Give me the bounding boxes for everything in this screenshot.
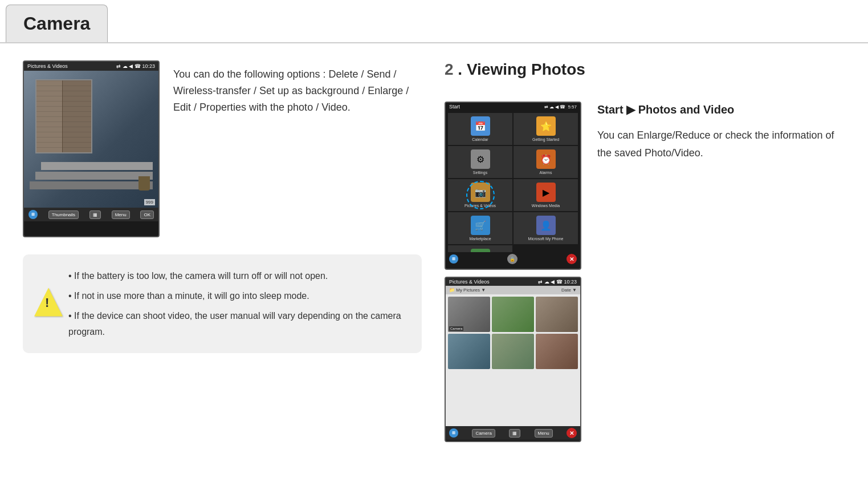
phone-image-content: 999: [24, 71, 158, 208]
phone-bottom-bar: ⊞ Thumbnails ▦ Menu OK: [24, 208, 158, 221]
pics-keyboard-icon: ▦: [509, 429, 520, 438]
start-top-bar: Start ⇄ ☁ ◀ ☎ 5:57: [446, 103, 580, 111]
warning-icon: [34, 288, 63, 319]
phone-app-title: Pictures & Videos: [27, 63, 68, 69]
pic-thumb-3: [536, 297, 578, 332]
phone-screenshots-right: Start ⇄ ☁ ◀ ☎ 5:57 📅 Calendar: [445, 102, 581, 442]
getting-started-icon: ⭐: [536, 116, 556, 136]
right-column: 2 . Viewing Photos Start ⇄ ☁ ◀ ☎ 5:57: [445, 60, 845, 442]
phone-top-bar: Pictures & Videos ⇄ ☁ ◀ ☎ 10:23: [24, 62, 158, 71]
warning-bullet-1: • If the battery is too low, the camera …: [68, 268, 406, 284]
pics-screen: 📁 My Pictures ▼ Date ▼ Camera: [446, 286, 580, 426]
right-content: Start ⇄ ☁ ◀ ☎ 5:57 📅 Calendar: [445, 102, 845, 442]
calendar-label: Calendar: [472, 137, 488, 141]
pics-windows-icon: ⊞: [449, 428, 458, 438]
start-close-button[interactable]: ✕: [567, 254, 577, 264]
pic-thumb-6: [536, 334, 578, 369]
section-title: 2 . Viewing Photos: [445, 60, 845, 79]
pic-thumb-camera: Camera: [448, 297, 490, 332]
windows-start-icon: ⊞: [28, 210, 38, 219]
start-lock-icon: 🔒: [507, 254, 517, 264]
start-windows-icon: ⊞: [449, 254, 458, 264]
pic-thumb-4: [448, 334, 490, 369]
warning-bullet-2: • If not in use more than a minute, it w…: [68, 288, 406, 303]
start-time: 5:57: [568, 104, 577, 110]
alarms-label: Alarms: [540, 171, 552, 175]
phone-status-icons: ⇄ ☁ ◀ ☎ 10:23: [116, 63, 155, 69]
alarms-icon: ⏰: [536, 149, 556, 169]
phone-start-menu: Start ⇄ ☁ ◀ ☎ 5:57 📅 Calendar: [445, 102, 581, 270]
my-phone-label: Microsoft My Phone: [528, 237, 564, 241]
thumbnails-button[interactable]: Thumbnails: [48, 210, 79, 219]
phone-screenshot-left: Pictures & Videos ⇄ ☁ ◀ ☎ 10:23: [23, 60, 160, 237]
camera-button[interactable]: Camera: [472, 429, 495, 438]
start-item-marketplace: 🛒 Marketplace: [448, 212, 512, 244]
start-item-pictures: 📷 Pictures & Videos: [448, 179, 512, 211]
start-item-windows-media: ▶ Windows Media: [514, 179, 578, 211]
my-phone-icon: 👤: [536, 216, 556, 235]
start-item-calendar: 📅 Calendar: [448, 113, 512, 145]
section-title-label: Viewing Photos: [467, 60, 585, 78]
start-item-my-phone: 👤 Microsoft My Phone: [514, 212, 578, 244]
left-column: Pictures & Videos ⇄ ☁ ◀ ☎ 10:23: [23, 60, 422, 442]
pic-thumb-5: [492, 334, 534, 369]
start-item-alarms: ⏰ Alarms: [514, 146, 578, 178]
warning-box: • If the battery is too low, the camera …: [23, 254, 422, 353]
pictures-label: Pictures & Videos: [464, 204, 496, 208]
marketplace-label: Marketplace: [469, 237, 491, 241]
ok-button[interactable]: OK: [140, 210, 154, 219]
windows-media-label: Windows Media: [532, 204, 560, 208]
pics-menu-button[interactable]: Menu: [535, 429, 553, 438]
pics-title: Pictures & Videos: [449, 279, 490, 285]
pictures-icon: 📷: [471, 183, 490, 202]
left-description: You can do the following options : Delet…: [173, 60, 422, 115]
right-text: Start ▶ Photos and Video You can Enlarge…: [597, 102, 845, 442]
pics-sort: Date ▼: [561, 288, 577, 293]
pics-header: 📁 My Pictures ▼ Date ▼: [446, 286, 580, 294]
pics-folder: 📁 My Pictures ▼: [449, 288, 486, 293]
start-item-getting-started: ⭐ Getting Started: [514, 113, 578, 145]
settings-icon: ⚙: [471, 149, 490, 169]
pics-close-button[interactable]: ✕: [567, 428, 577, 438]
start-grid: 📅 Calendar ⭐ Getting Started ⚙: [446, 111, 580, 252]
top-section: Pictures & Videos ⇄ ☁ ◀ ☎ 10:23: [23, 60, 422, 237]
nav-path: Start ▶ Photos and Video: [597, 102, 845, 118]
menu-button-left[interactable]: Menu: [112, 210, 130, 219]
phone-pictures-videos: Pictures & Videos ⇄ ☁ ◀ ☎ 10:23 📁 My Pic…: [445, 277, 581, 442]
nav-description: You can Enlarge/Reduce or check the info…: [597, 127, 845, 161]
phone-menu-icon: ▦: [89, 210, 101, 219]
phone-screen-left: 999: [24, 71, 158, 208]
windows-media-icon: ▶: [536, 183, 556, 202]
page-header: Camera: [0, 0, 868, 43]
warning-triangle: [34, 288, 63, 317]
section-number: 2: [445, 60, 454, 78]
start-item-messenger: 💬 Messenger: [448, 245, 512, 252]
start-item-settings: ⚙ Settings: [448, 146, 512, 178]
start-icons: ⇄ ☁ ◀ ☎: [544, 104, 566, 110]
start-screen: 📅 Calendar ⭐ Getting Started ⚙: [446, 111, 580, 252]
pics-top-bar: Pictures & Videos ⇄ ☁ ◀ ☎ 10:23: [446, 278, 580, 286]
pics-bottom-bar: ⊞ Camera ▦ Menu ✕: [446, 426, 580, 440]
getting-started-label: Getting Started: [532, 137, 559, 141]
settings-label: Settings: [473, 171, 487, 175]
pic-thumb-2: [492, 297, 534, 332]
pic-thumb-label-1: Camera: [449, 326, 463, 331]
start-bottom-bar: ⊞ 🔒 ✕: [446, 252, 580, 266]
calendar-icon: 📅: [471, 116, 490, 136]
section-title-text: .: [458, 60, 467, 78]
start-label: Start: [449, 104, 460, 110]
main-content: Pictures & Videos ⇄ ☁ ◀ ☎ 10:23: [0, 43, 868, 459]
marketplace-icon: 🛒: [471, 216, 490, 235]
pics-grid: Camera: [446, 294, 580, 371]
phone-counter: 999: [144, 199, 155, 205]
messenger-icon: 💬: [471, 249, 490, 252]
page-tab: Camera: [6, 5, 108, 42]
pics-icons: ⇄ ☁ ◀ ☎ 10:23: [538, 279, 577, 285]
warning-bullet-3: • If the device can shoot video, the use…: [68, 308, 406, 339]
